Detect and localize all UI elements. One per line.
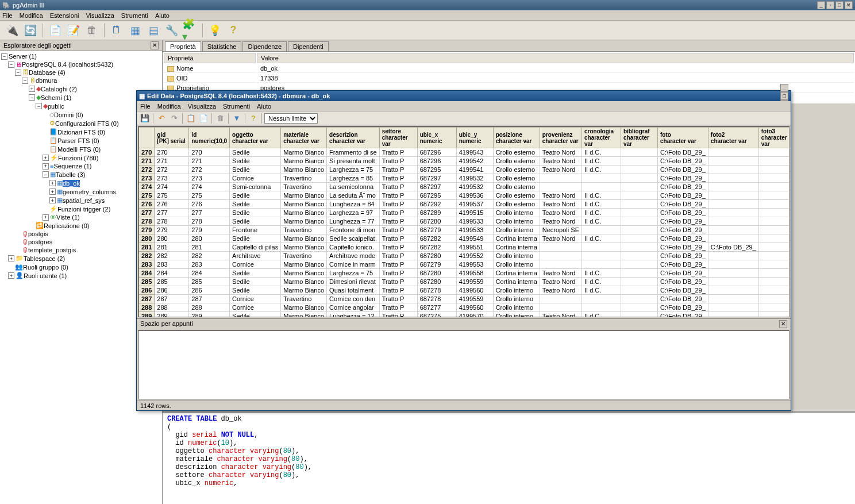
cell[interactable]: [621, 286, 657, 295]
cell[interactable]: [621, 183, 657, 191]
cell[interactable]: 278: [155, 217, 189, 226]
cell[interactable]: II d.C.: [581, 278, 621, 286]
cell[interactable]: 282: [189, 252, 230, 260]
cell[interactable]: Teatro Nord: [540, 278, 581, 286]
cell[interactable]: [621, 295, 657, 303]
cell[interactable]: [621, 174, 657, 183]
cell[interactable]: [708, 166, 758, 174]
cell[interactable]: 687282: [417, 234, 456, 243]
tree-ruoliutente[interactable]: Ruoli utente (1): [24, 272, 67, 279]
cell[interactable]: Crollo esterno: [493, 191, 540, 200]
cell[interactable]: C:\Foto DB_29_: [657, 269, 708, 278]
cell[interactable]: Sedile: [230, 278, 281, 286]
cell[interactable]: Sedile: [230, 166, 281, 174]
scratchpad-body[interactable]: [138, 330, 789, 399]
row-header[interactable]: 283: [139, 260, 155, 269]
row-header[interactable]: 274: [139, 183, 155, 191]
cell[interactable]: [708, 200, 758, 209]
cell[interactable]: C:\Foto DB_29_: [657, 174, 708, 183]
cell[interactable]: Sedile: [230, 217, 281, 226]
cell[interactable]: 4199533: [456, 226, 493, 234]
cell[interactable]: Travertino: [281, 183, 327, 191]
tree-toggle[interactable]: −: [29, 94, 35, 101]
edit-menu-modifica[interactable]: Modifica: [157, 103, 181, 110]
cell[interactable]: Cornice: [230, 303, 281, 312]
cell[interactable]: [621, 260, 657, 269]
cell[interactable]: [758, 209, 789, 217]
cell[interactable]: [581, 303, 621, 312]
data-grid[interactable]: gid[PK] serialidnumeric(10,0oggettochara…: [138, 127, 789, 317]
column-header[interactable]: cronologiacharacter var: [581, 128, 621, 148]
cell[interactable]: II d.C.: [581, 234, 621, 243]
cell[interactable]: [708, 183, 758, 191]
cell[interactable]: [708, 234, 758, 243]
cell[interactable]: 4199552: [456, 252, 493, 260]
cell[interactable]: Cortina interna: [493, 269, 540, 278]
tab-statistiche[interactable]: Statistiche: [202, 41, 242, 51]
cell[interactable]: [758, 312, 789, 318]
cell[interactable]: C:\Foto DB_29_: [657, 200, 708, 209]
cell[interactable]: Sedile: [230, 191, 281, 200]
cell[interactable]: Teatro Nord: [540, 217, 581, 226]
tree-public[interactable]: public: [48, 103, 64, 110]
cell[interactable]: II d.C.: [581, 217, 621, 226]
edit-menu-file[interactable]: File: [140, 103, 151, 110]
filter-icon[interactable]: ▼: [231, 113, 242, 124]
cell[interactable]: 288: [189, 303, 230, 312]
cell[interactable]: 270: [189, 148, 230, 157]
cell[interactable]: [758, 217, 789, 226]
cell[interactable]: II d.C.: [581, 312, 621, 318]
cell[interactable]: Tratto P: [379, 252, 417, 260]
cell[interactable]: Tratto P: [379, 260, 417, 269]
cell[interactable]: Sedile: [230, 200, 281, 209]
table-row[interactable]: 270270270SedileMarmo BiancoFrammento di …: [139, 148, 790, 157]
cell[interactable]: 274: [155, 183, 189, 191]
cell[interactable]: C:\Foto DB_29_: [657, 209, 708, 217]
menu-aiuto[interactable]: Aiuto: [155, 12, 170, 19]
cell[interactable]: 281: [189, 243, 230, 252]
cell[interactable]: Cortina interna: [493, 243, 540, 252]
cell[interactable]: [758, 183, 789, 191]
cell[interactable]: II d.C.: [581, 200, 621, 209]
cell[interactable]: [621, 234, 657, 243]
cell[interactable]: Teatro Nord: [540, 200, 581, 209]
tree-funzioni[interactable]: Funzioni (780): [58, 155, 98, 161]
cell[interactable]: 4199541: [456, 166, 493, 174]
cell[interactable]: 687278: [417, 295, 456, 303]
cell[interactable]: 289: [189, 312, 230, 318]
cell[interactable]: [581, 174, 621, 183]
edit-menu-strumenti[interactable]: Strumenti: [223, 103, 250, 110]
row-header[interactable]: 281: [139, 243, 155, 252]
cell[interactable]: 276: [155, 200, 189, 209]
maximize-button[interactable]: □: [835, 1, 844, 9]
cell[interactable]: [758, 200, 789, 209]
cell[interactable]: 687295: [417, 191, 456, 200]
tree-toggle[interactable]: −: [43, 171, 49, 178]
cell[interactable]: Crollo esterno: [493, 200, 540, 209]
cell[interactable]: 278: [189, 217, 230, 226]
cell[interactable]: 272: [189, 166, 230, 174]
table-row[interactable]: 284284284SedileMarmo BiancoLarghezza = 7…: [139, 269, 790, 278]
cell[interactable]: 4199549: [456, 234, 493, 243]
cell[interactable]: 4199558: [456, 269, 493, 278]
cell[interactable]: Tratto P: [379, 295, 417, 303]
cell[interactable]: Marmo Bianco: [281, 278, 327, 286]
table-row[interactable]: 279279279FrontoneTravertinoFrontone di m…: [139, 226, 790, 234]
cell[interactable]: C:\Foto DB_29_: [657, 191, 708, 200]
cell[interactable]: Crollo esterno: [493, 148, 540, 157]
cell[interactable]: Marmo Bianco: [281, 286, 327, 295]
cell[interactable]: C:\Foto DB_29_: [657, 166, 708, 174]
cell[interactable]: [540, 183, 581, 191]
cell[interactable]: Quasi totalment: [327, 286, 380, 295]
cell[interactable]: 273: [155, 174, 189, 183]
cell[interactable]: 687280: [417, 278, 456, 286]
cell[interactable]: 687296: [417, 157, 456, 166]
cell[interactable]: Crollo esterno: [493, 183, 540, 191]
cell[interactable]: Sedile: [230, 286, 281, 295]
cell[interactable]: Lunghezza = 84: [327, 200, 380, 209]
tree-sequenze[interactable]: Sequenze (1): [53, 163, 91, 170]
cell[interactable]: 687297: [417, 183, 456, 191]
tree-toggle[interactable]: −: [36, 103, 42, 109]
tree-toggle[interactable]: +: [49, 188, 56, 195]
cell[interactable]: Marmo Bianco: [281, 200, 327, 209]
